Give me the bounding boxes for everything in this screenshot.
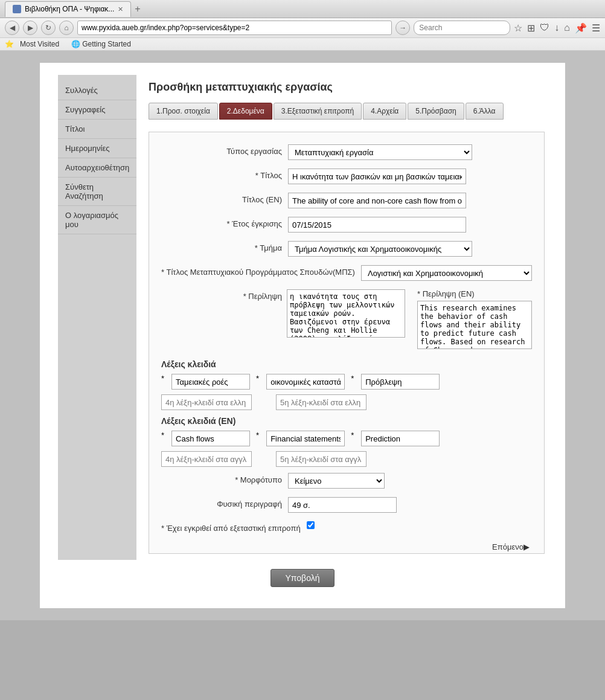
- kw-gr-label-1: *: [161, 374, 164, 390]
- keywords-gr-section: Λέξεις κλειδιά * * *: [161, 359, 532, 410]
- page-background: Συλλογές Συγγραφείς Τίτλοι Ημερομηνίες Α…: [0, 51, 605, 620]
- bookmark-star-icon[interactable]: ☆: [514, 22, 522, 34]
- dept-select[interactable]: Τμήμα Λογιστικής και Χρηματοοικονομικής: [288, 241, 472, 257]
- form-row-program: * Τίτλος Μεταπτυχιακού Προγράμματος Σπου…: [161, 265, 532, 281]
- program-select[interactable]: Λογιστική και Χρηματοοικονομική: [361, 265, 532, 281]
- tab-access[interactable]: 5.Πρόσβαση: [408, 103, 464, 120]
- back-button[interactable]: ◀: [5, 21, 19, 35]
- keywords-gr-title: Λέξεις κλειδιά: [161, 359, 532, 369]
- keyword-en-1[interactable]: [171, 431, 250, 446]
- title-label: * Τίτλος: [161, 169, 282, 180]
- tab-committee[interactable]: 3.Εξεταστική επιτροπή: [274, 103, 362, 120]
- keywords-en-row2: [161, 451, 532, 467]
- kw-gr-label-2: *: [256, 374, 259, 390]
- favicon-icon: [13, 5, 21, 13]
- kw-en-label-1: *: [161, 431, 164, 446]
- sidebar: Συλλογές Συγγραφείς Τίτλοι Ημερομηνίες Α…: [58, 75, 136, 560]
- physical-desc-label: Φυσική περιγραφή: [161, 497, 282, 509]
- home-button[interactable]: ⌂: [59, 21, 74, 35]
- forward-button[interactable]: ▶: [23, 21, 37, 35]
- keywords-en-row1: * * *: [161, 431, 532, 446]
- main-content: Προσθήκη μεταπτυχιακής εργασίας 1.Προσ. …: [136, 75, 557, 560]
- form-section: Τύπος εργασίας Μεταπτυχιακή εργασία * Τί…: [149, 132, 545, 554]
- browser-tab[interactable]: Βιβλιοθήκη ΟΠΑ - Ψηφιακ... ✕: [5, 1, 131, 17]
- form-row-format: * Μορφότυπο Κείμενο: [161, 473, 532, 489]
- sidebar-item-autoarchive[interactable]: Αυτοαρχειοθέτηση: [58, 158, 136, 178]
- tab-data[interactable]: 2.Δεδομένα: [219, 103, 272, 120]
- browser-titlebar: Βιβλιοθήκη ΟΠΑ - Ψηφιακ... ✕ +: [0, 0, 605, 18]
- title-input[interactable]: [288, 169, 466, 184]
- abstract-textarea[interactable]: η ικανότητα τους στη πρόβλεψη των μελλον…: [287, 289, 405, 338]
- submit-area: Υποβολή: [58, 560, 547, 596]
- star-icon: ⭐: [5, 40, 14, 48]
- form-row-type: Τύπος εργασίας Μεταπτυχιακή εργασία: [161, 144, 532, 160]
- format-select[interactable]: Κείμενο: [288, 473, 385, 489]
- abstract-en-label: * Περίληψη (ΕΝ): [417, 289, 532, 298]
- year-label: * Έτος έγκρισης: [161, 217, 282, 228]
- sidebar-item-authors[interactable]: Συγγραφείς: [58, 100, 136, 120]
- tab-other[interactable]: 6.Άλλα: [466, 103, 504, 120]
- format-label: * Μορφότυπο: [161, 473, 282, 484]
- type-label: Τύπος εργασίας: [161, 144, 282, 156]
- go-button[interactable]: →: [395, 21, 410, 35]
- bookmark-most-visited[interactable]: Most Visited: [20, 40, 59, 48]
- refresh-button[interactable]: ↻: [41, 21, 56, 35]
- shield-icon[interactable]: 🛡: [540, 22, 549, 33]
- menu-icon[interactable]: ☰: [592, 22, 600, 34]
- search-input[interactable]: [414, 21, 510, 35]
- abstract-en-textarea[interactable]: This research examines the behavior of c…: [417, 301, 532, 349]
- bookmark-getting-started[interactable]: 🌐 Getting Started: [71, 40, 131, 48]
- sidebar-item-advanced-search[interactable]: Σύνθετη Αναζήτηση: [58, 178, 136, 206]
- form-row-dept: * Τμήμα Τμήμα Λογιστικής και Χρηματοοικο…: [161, 241, 532, 257]
- keyword-en-2[interactable]: [266, 431, 345, 446]
- pin-icon[interactable]: 📌: [575, 22, 587, 34]
- new-tab-button[interactable]: +: [135, 4, 140, 14]
- submit-button[interactable]: Υποβολή: [270, 569, 335, 587]
- content-area: Συλλογές Συγγραφείς Τίτλοι Ημερομηνίες Α…: [40, 63, 565, 608]
- browser-controls: ◀ ▶ ↻ ⌂ → ☆ ⊞ 🛡 ↓ ⌂ 📌 ☰: [0, 18, 605, 38]
- keyword-gr-2[interactable]: [266, 374, 345, 390]
- kw-en-label-2: *: [256, 431, 259, 446]
- toolbar-icons: ☆ ⊞ 🛡 ↓ ⌂ 📌 ☰: [514, 22, 600, 34]
- keyword-gr-5[interactable]: [276, 394, 367, 410]
- tab-personal-info[interactable]: 1.Προσ. στοιχεία: [149, 103, 218, 120]
- home-nav-icon[interactable]: ⌂: [564, 22, 570, 33]
- title-en-input[interactable]: [288, 193, 466, 208]
- kw-gr-label-3: *: [351, 374, 354, 390]
- keyword-en-3[interactable]: [361, 431, 440, 446]
- sidebar-item-collections[interactable]: Συλλογές: [58, 81, 136, 100]
- sidebar-item-titles[interactable]: Τίτλοι: [58, 120, 136, 139]
- next-button[interactable]: Επόμενο▶: [490, 541, 532, 553]
- form-row-year: * Έτος έγκρισης: [161, 217, 532, 233]
- keyword-gr-4[interactable]: [161, 394, 252, 410]
- keywords-en-section: Λέξεις κλειδιά (ΕΝ) * * *: [161, 416, 532, 467]
- form-row-title-en: Τίτλος (ΕΝ): [161, 193, 532, 208]
- download-icon[interactable]: ↓: [554, 22, 559, 33]
- approved-checkbox[interactable]: [307, 521, 315, 529]
- year-input[interactable]: [288, 217, 466, 233]
- abstract-label: * Περίληψη: [161, 289, 282, 301]
- type-select[interactable]: Μεταπτυχιακή εργασία: [288, 144, 472, 160]
- keywords-gr-row2: [161, 394, 532, 410]
- abstract-en-section: * Περίληψη (ΕΝ) This research examines t…: [417, 289, 532, 351]
- keyword-gr-3[interactable]: [361, 374, 440, 390]
- form-row-approved: * Έχει εγκριθεί από εξεταστική επιτροπή: [161, 521, 532, 533]
- dept-label: * Τμήμα: [161, 241, 282, 252]
- sidebar-item-account[interactable]: Ο λογαριασμός μου: [58, 206, 136, 234]
- keywords-en-title: Λέξεις κλειδιά (ΕΝ): [161, 416, 532, 426]
- bookmark-list-icon[interactable]: ⊞: [527, 22, 535, 34]
- sidebar-item-dates[interactable]: Ημερομηνίες: [58, 139, 136, 158]
- tab-title: Βιβλιοθήκη ΟΠΑ - Ψηφιακ...: [25, 5, 114, 13]
- keyword-gr-1[interactable]: [171, 374, 250, 390]
- getting-started-icon: 🌐: [71, 40, 80, 48]
- bookmarks-bar: ⭐ Most Visited 🌐 Getting Started: [0, 38, 605, 51]
- physical-desc-input[interactable]: [288, 497, 397, 513]
- form-tabs: 1.Προσ. στοιχεία 2.Δεδομένα 3.Εξεταστική…: [149, 103, 545, 120]
- abstracts-section: * Περίληψη η ικανότητα τους στη πρόβλεψη…: [161, 289, 532, 351]
- keyword-en-4[interactable]: [161, 451, 252, 467]
- page-title: Προσθήκη μεταπτυχιακής εργασίας: [149, 81, 545, 94]
- address-bar[interactable]: [77, 21, 392, 35]
- tab-files[interactable]: 4.Αρχεία: [363, 103, 406, 120]
- tab-close-button[interactable]: ✕: [118, 5, 123, 13]
- keyword-en-5[interactable]: [276, 451, 367, 467]
